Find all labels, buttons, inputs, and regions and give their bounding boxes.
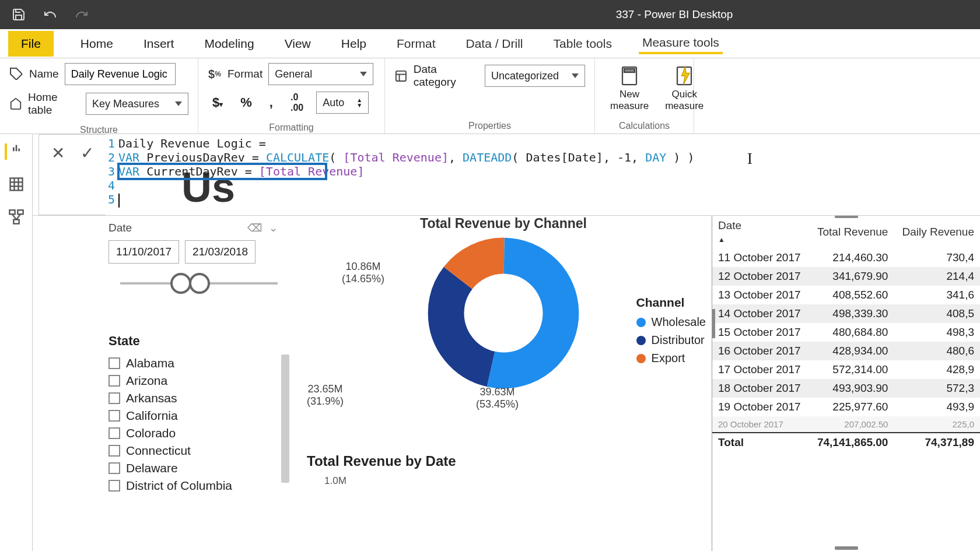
tab-data-drill[interactable]: Data / Drill (463, 34, 527, 53)
data-category-select[interactable]: Uncategorized (485, 65, 585, 87)
thousands-button[interactable]: , (265, 94, 278, 111)
date-from-input[interactable]: 11/10/2017 (108, 240, 179, 264)
col-date[interactable]: Date▲ (712, 216, 809, 248)
ribbon-content: Name Home table Key Measures Structure $… (0, 58, 980, 134)
tab-insert[interactable]: Insert (140, 34, 178, 53)
chevron-down-icon[interactable]: ⌄ (269, 222, 278, 234)
date-slicer-title: Date (108, 222, 132, 234)
tab-format[interactable]: Format (393, 34, 439, 53)
home-table-select[interactable]: Key Measures (86, 93, 188, 115)
state-item[interactable]: Alabama (108, 355, 275, 372)
title-bar: 337 - Power BI Desktop (0, 0, 980, 29)
redo-icon[interactable] (75, 8, 89, 22)
state-item[interactable]: Delaware (108, 459, 275, 477)
checkbox-icon[interactable] (108, 427, 120, 439)
tab-home[interactable]: Home (77, 34, 117, 53)
state-item[interactable]: Connecticut (108, 442, 275, 459)
checkbox-icon[interactable] (108, 357, 120, 369)
table-row[interactable]: 18 October 2017493,903.90572,3 (712, 379, 980, 398)
state-item[interactable]: Colorado (108, 424, 275, 442)
format-icon: $% (208, 67, 222, 81)
data-view-icon[interactable] (8, 176, 24, 192)
svg-rect-10 (13, 148, 15, 152)
table-row[interactable]: 15 October 2017480,684.80498,3 (712, 323, 980, 342)
name-label: Name (29, 68, 59, 80)
home-icon (9, 97, 22, 111)
tab-table-tools[interactable]: Table tools (550, 34, 615, 53)
checkbox-icon[interactable] (108, 410, 120, 422)
state-item[interactable]: District of Columbia (108, 477, 275, 494)
formula-editor[interactable]: Us I 1Daily Revenue Logic =2VAR Previous… (106, 134, 980, 215)
state-slicer-title: State (108, 334, 289, 349)
tab-measure-tools[interactable]: Measure tools (639, 33, 723, 54)
save-icon[interactable] (12, 8, 26, 22)
col-daily-revenue[interactable]: Daily Revenue (894, 216, 980, 248)
svg-line-22 (16, 214, 20, 219)
view-switcher (0, 134, 33, 551)
checkbox-icon[interactable] (108, 375, 120, 387)
format-select[interactable]: General (268, 63, 373, 85)
tab-modeling[interactable]: Modeling (201, 34, 257, 53)
svg-rect-1 (396, 71, 406, 80)
state-item[interactable]: Arkansas (108, 389, 275, 407)
svg-rect-13 (10, 178, 22, 191)
date-chart-title: Total Revenue by Date (307, 453, 706, 469)
slider-handle-right[interactable] (189, 273, 210, 294)
quick-measure-button[interactable]: Quick measure (659, 63, 709, 114)
table-row[interactable]: 16 October 2017428,934.00480,6 (712, 342, 980, 360)
svg-point-26 (446, 256, 561, 371)
resize-handle-left[interactable] (712, 309, 715, 338)
state-scrollbar[interactable] (281, 355, 289, 483)
tab-help[interactable]: Help (338, 34, 370, 53)
checkbox-icon[interactable] (108, 480, 120, 492)
svg-rect-19 (18, 210, 23, 214)
donut-label-wholesale: 39.63M (53.45%) (476, 386, 519, 410)
percent-button[interactable]: % (236, 94, 257, 111)
decimal-places-select[interactable]: Auto▲▼ (316, 92, 369, 114)
resize-handle-bottom[interactable] (835, 546, 858, 550)
table-row[interactable]: 12 October 2017341,679.90214,4 (712, 267, 980, 286)
col-total-revenue[interactable]: Total Revenue (809, 216, 894, 248)
svg-rect-12 (18, 149, 20, 152)
resize-handle-top[interactable] (835, 216, 858, 218)
group-formatting-label: Formatting (208, 120, 375, 135)
table-row[interactable]: 11 October 2017214,460.30730,4 (712, 248, 980, 267)
checkbox-icon[interactable] (108, 445, 120, 457)
cancel-formula-button[interactable]: ✕ (46, 141, 70, 165)
state-item[interactable]: Arizona (108, 372, 275, 389)
measure-name-input[interactable] (65, 63, 176, 85)
date-slider[interactable] (120, 269, 278, 299)
decimal-button[interactable]: .0.00 (286, 91, 308, 114)
slider-handle-left[interactable] (170, 273, 191, 294)
file-tab[interactable]: File (8, 31, 54, 57)
donut-label-export: 10.86M (14.65%) (342, 261, 384, 285)
checkbox-icon[interactable] (108, 462, 120, 474)
checkbox-icon[interactable] (108, 392, 120, 404)
tag-icon (9, 67, 23, 81)
table-row[interactable]: 14 October 2017498,339.30408,5 (712, 304, 980, 323)
commit-formula-button[interactable]: ✓ (75, 141, 99, 165)
donut-chart-title: Total Revenue by Channel (301, 216, 706, 231)
legend-dot-wholesale (636, 318, 646, 327)
donut-label-distributor: 23.65M (31.9%) (307, 383, 344, 408)
legend-dot-export (636, 354, 646, 363)
data-category-label: Data category (414, 63, 479, 89)
currency-button[interactable]: $▾ (208, 94, 228, 111)
tab-view[interactable]: View (281, 34, 314, 53)
svg-rect-5 (624, 69, 635, 72)
table-row[interactable]: 19 October 2017225,977.60493,9 (712, 398, 980, 416)
model-view-icon[interactable] (8, 209, 24, 225)
state-item[interactable]: California (108, 407, 275, 424)
report-view-icon[interactable] (5, 143, 21, 160)
donut-chart[interactable]: 10.86M (14.65%) 23.65M (31.9%) 39.63M (5… (301, 237, 706, 436)
y-axis-tick: 1.0M (324, 475, 706, 487)
table-row[interactable]: 13 October 2017408,552.60341,6 (712, 286, 980, 304)
undo-icon[interactable] (43, 8, 57, 22)
eraser-icon[interactable]: ⌫ (247, 222, 262, 234)
svg-rect-18 (9, 210, 15, 214)
table-row[interactable]: 17 October 2017572,314.00428,9 (712, 360, 980, 379)
data-table-visual[interactable]: Date▲ Total Revenue Daily Revenue 11 Oct… (712, 216, 980, 551)
new-measure-button[interactable]: New measure (604, 63, 654, 114)
table-row[interactable]: 20 October 2017207,002.50225,0 (712, 416, 980, 433)
date-to-input[interactable]: 21/03/2018 (185, 240, 256, 264)
